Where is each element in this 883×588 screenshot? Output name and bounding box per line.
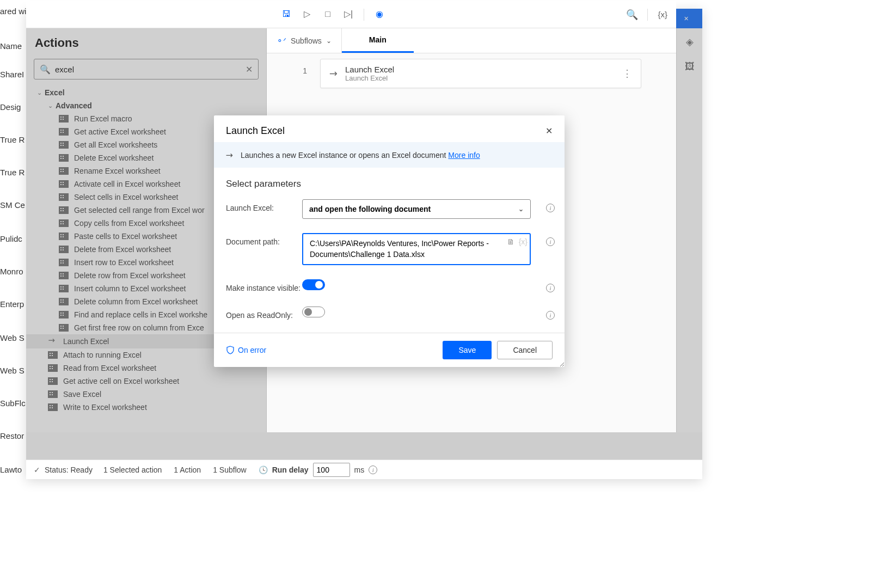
label-readonly: Open as ReadOnly: xyxy=(226,307,302,320)
run-icon[interactable]: ▷ xyxy=(302,9,312,20)
stop-icon[interactable]: □ xyxy=(322,9,333,20)
background-text: Enterp xyxy=(0,299,24,309)
cancel-button[interactable]: Cancel xyxy=(497,341,553,359)
make-visible-toggle[interactable] xyxy=(302,279,325,290)
background-text: Pulidc xyxy=(0,234,22,243)
launch-excel-dialog: Launch Excel ✕ ↗ Launches a new Excel in… xyxy=(214,115,565,367)
launch-excel-select[interactable]: and open the following document ⌄ xyxy=(302,199,531,219)
statusbar: ✓ Status: Ready 1 Selected action 1 Acti… xyxy=(26,460,702,479)
dialog-header: Launch Excel ✕ xyxy=(214,115,565,142)
status-ok-icon: ✓ xyxy=(34,465,40,474)
launch-icon: ↗ xyxy=(326,66,340,81)
toolbar: 🖫 ▷ □ ▷| ◉ 🔍 {x} xyxy=(26,1,676,28)
background-text: SM Ce xyxy=(0,200,25,210)
background-left-column: ared with meNameShareIDesigTrue RTrue RS… xyxy=(0,0,26,588)
document-path-input[interactable]: C:\Users\PA\Reynolds Ventures, Inc\Power… xyxy=(302,233,531,265)
background-text: True R xyxy=(0,135,24,144)
info-icon[interactable]: i xyxy=(546,237,555,246)
chevron-down-icon: ⌄ xyxy=(518,205,524,213)
action-title: Launch Excel xyxy=(345,65,394,74)
more-icon[interactable]: ⋮ xyxy=(622,68,632,79)
subflow-icon: ⚬ᐟ xyxy=(277,36,286,45)
info-icon[interactable]: i xyxy=(546,284,555,292)
background-text: Restor xyxy=(0,431,24,440)
search-icon[interactable]: 🔍 xyxy=(627,9,637,20)
dialog-title: Launch Excel xyxy=(226,125,285,137)
run-delay-label: Run delay xyxy=(272,465,309,474)
variables-panel-toggle[interactable]: {x} xyxy=(658,10,667,19)
save-icon[interactable]: 🖫 xyxy=(281,9,292,20)
info-icon[interactable]: i xyxy=(546,204,555,212)
file-picker-icon[interactable]: 🗎 xyxy=(507,237,514,246)
background-text: Monro xyxy=(0,267,23,276)
action-card-launch-excel[interactable]: ↗ Launch Excel Launch Excel ⋮ xyxy=(320,59,641,88)
tab-main[interactable]: Main xyxy=(342,28,414,53)
shield-icon xyxy=(226,346,235,354)
info-icon[interactable]: i xyxy=(546,311,555,320)
record-icon[interactable]: ◉ xyxy=(374,9,385,20)
status-selected: 1 Selected action xyxy=(103,465,162,474)
status-ready: Status: Ready xyxy=(45,465,93,474)
background-text: Lawto xyxy=(0,465,22,474)
on-error-button[interactable]: On error xyxy=(226,346,266,354)
background-text: SubFlc xyxy=(0,399,26,408)
ms-label: ms xyxy=(354,465,365,474)
background-text: Web S xyxy=(0,366,24,375)
more-info-link[interactable]: More info xyxy=(448,151,480,160)
power-automate-window: FileEditDebugToolsViewHelp SharePoint Te… xyxy=(26,9,702,479)
readonly-toggle[interactable] xyxy=(302,307,325,317)
save-button[interactable]: Save xyxy=(443,341,492,359)
launch-icon: ↗ xyxy=(223,149,236,161)
status-subflows: 1 Subflow xyxy=(213,465,246,474)
dialog-body: Select parameters Launch Excel: and open… xyxy=(214,168,565,333)
background-text: Name xyxy=(0,41,22,51)
step-icon[interactable]: ▷| xyxy=(343,9,354,20)
dialog-close-button[interactable]: ✕ xyxy=(545,126,553,136)
subflows-dropdown[interactable]: ⚬ᐟ Subflows ⌄ xyxy=(267,28,342,53)
info-icon[interactable]: i xyxy=(369,465,377,474)
background-text: ShareI xyxy=(0,70,24,79)
label-make-visible: Make instance visible: xyxy=(226,279,302,292)
clock-icon: 🕓 xyxy=(259,465,268,474)
background-text: Web S xyxy=(0,333,24,342)
label-launch-excel: Launch Excel: xyxy=(226,199,302,212)
tabs-row: ⚬ᐟ Subflows ⌄ Main xyxy=(267,28,676,53)
info-text: Launches a new Excel instance or opens a… xyxy=(241,151,448,160)
dialog-info-banner: ↗ Launches a new Excel instance or opens… xyxy=(214,142,565,168)
background-text: True R xyxy=(0,168,24,177)
run-delay-input[interactable] xyxy=(313,463,350,477)
action-subtitle: Launch Excel xyxy=(345,74,394,82)
dialog-footer: On error Save Cancel xyxy=(214,333,565,367)
status-actions: 1 Action xyxy=(174,465,201,474)
section-title: Select parameters xyxy=(226,179,553,189)
label-document-path: Document path: xyxy=(226,233,302,246)
chevron-down-icon: ⌄ xyxy=(326,37,332,45)
background-text: Desig xyxy=(0,102,21,112)
variable-icon[interactable]: {x} xyxy=(519,237,528,246)
